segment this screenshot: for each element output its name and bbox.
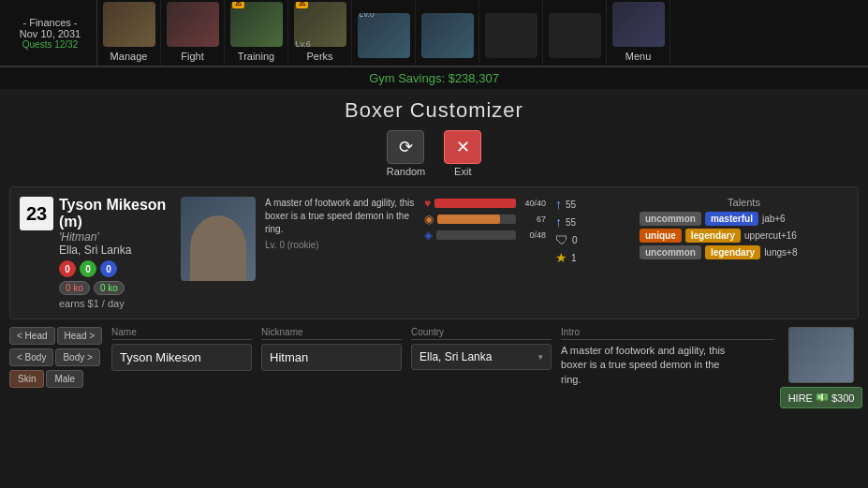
country-label: Country bbox=[411, 327, 552, 340]
body-next-button[interactable]: Body > bbox=[55, 348, 99, 366]
head-arrows: < Head Head > bbox=[9, 327, 102, 345]
boxer-attrs: ↑ 55 ↑ 55 🛡 0 ★ 1 bbox=[555, 197, 630, 309]
talent-row-1: uncommon masterful jab+6 bbox=[640, 212, 848, 226]
body-prev-button[interactable]: < Body bbox=[9, 348, 53, 366]
tab-empty1[interactable] bbox=[479, 0, 543, 66]
boxer2-icon bbox=[421, 13, 474, 58]
talent-legendary-2: legendary bbox=[685, 229, 741, 243]
exit-button[interactable]: ✕ Exit bbox=[444, 130, 481, 177]
training-warning: ⚠ bbox=[232, 2, 244, 8]
menu-icon bbox=[612, 2, 665, 47]
random-button[interactable]: ⟳ Random bbox=[387, 130, 426, 177]
main-content: Boxer Customizer ⟳ Random ✕ Exit 23 Tyso… bbox=[0, 89, 868, 416]
perks-warning: ⚠ bbox=[296, 2, 308, 8]
speed-val: 55 bbox=[566, 200, 576, 210]
sta-value: 0/48 bbox=[520, 230, 546, 240]
tab-perks[interactable]: ⚠ Lv.6 Perks bbox=[288, 0, 352, 66]
nickname-label: Nickname bbox=[261, 327, 402, 340]
name-group: Name bbox=[111, 327, 252, 371]
talent-row-2: unique legendary uppercut+16 bbox=[640, 229, 848, 243]
empty1-icon bbox=[485, 13, 537, 58]
hp-value: 40/40 bbox=[520, 199, 546, 208]
hire-box: HIRE 💵 $300 bbox=[784, 327, 859, 408]
boxer-bio-text: A master of footwork and agility, this b… bbox=[265, 197, 415, 236]
stamina-icon: ◈ bbox=[424, 229, 433, 242]
tab-manage[interactable]: Manage bbox=[97, 0, 161, 66]
stat-dot-green: 0 bbox=[80, 260, 96, 277]
tab-fight[interactable]: Fight bbox=[161, 0, 225, 66]
country-select[interactable]: Ella, Sri Lanka bbox=[411, 344, 552, 370]
stat-dot-red: 0 bbox=[59, 260, 76, 277]
finances-title: - Finances - bbox=[22, 17, 77, 28]
exit-icon: ✕ bbox=[444, 130, 481, 164]
bar-str: ◉ 67 bbox=[424, 213, 546, 226]
boxer-level: Lv. 0 (rookie) bbox=[265, 240, 415, 250]
bar-sta: ◈ 0/48 bbox=[424, 229, 546, 242]
extra-val: 1 bbox=[571, 253, 577, 263]
perks-icon: ⚠ Lv.6 bbox=[294, 2, 346, 47]
hire-money-icon: 💵 bbox=[816, 392, 829, 404]
talent-bonus-1: jab+6 bbox=[762, 214, 786, 224]
gym-savings-text: Gym Savings: $238,307 bbox=[369, 71, 499, 85]
tab-boxer2[interactable] bbox=[416, 0, 479, 66]
intro-label: Intro bbox=[561, 327, 774, 340]
str-bar-fill bbox=[437, 214, 500, 224]
boxer-earns: earns $1 / day bbox=[59, 298, 171, 309]
hire-button[interactable]: HIRE 💵 $300 bbox=[780, 387, 863, 408]
intro-text: A master of footwork and agility, this b… bbox=[561, 344, 729, 387]
body-arrows: < Body Body > bbox=[9, 348, 102, 366]
boxer-bio: A master of footwork and agility, this b… bbox=[265, 197, 415, 309]
head-next-button[interactable]: Head > bbox=[57, 327, 103, 345]
nickname-input[interactable] bbox=[261, 344, 402, 371]
tab-menu[interactable]: Menu bbox=[607, 0, 670, 66]
tab-empty2[interactable] bbox=[543, 0, 607, 66]
talent-legendary-3: legendary bbox=[705, 245, 760, 259]
skin-button[interactable]: Skin bbox=[9, 370, 44, 388]
name-input[interactable] bbox=[111, 344, 252, 371]
tab-boxer1[interactable]: Lv.0 bbox=[352, 0, 416, 66]
boxer1-lv: Lv.0 bbox=[360, 13, 375, 19]
boxer-info: Tyson Mikeson (m) 'Hitman' Ella, Sri Lan… bbox=[59, 197, 171, 309]
fight-icon bbox=[167, 2, 219, 47]
customizer-buttons: ⟳ Random ✕ Exit bbox=[0, 130, 868, 177]
defense-val: 55 bbox=[566, 217, 576, 228]
hire-label: HIRE bbox=[788, 392, 813, 404]
male-button[interactable]: Male bbox=[46, 370, 83, 388]
skin-gender-row: Skin Male bbox=[9, 370, 102, 388]
attr-defense: ↑ 55 bbox=[555, 214, 630, 229]
head-prev-button[interactable]: < Head bbox=[9, 327, 55, 345]
sta-bar-container bbox=[436, 230, 516, 240]
name-label: Name bbox=[111, 327, 252, 340]
attr-power: 🛡 0 bbox=[555, 232, 630, 247]
training-icon: ⚠ bbox=[230, 2, 283, 47]
boxer-nickname: 'Hitman' bbox=[59, 230, 171, 244]
bar-hp: ♥ 40/40 bbox=[424, 197, 546, 210]
boxer-name: Tyson Mikeson (m) bbox=[59, 197, 171, 230]
random-label: Random bbox=[387, 166, 426, 177]
ko-right: 0 ko bbox=[94, 281, 125, 295]
speed-icon: ↑ bbox=[555, 197, 562, 212]
boxer-location: Ella, Sri Lanka bbox=[59, 244, 171, 257]
country-group: Country Ella, Sri Lanka bbox=[411, 327, 552, 370]
boxer1-icon: Lv.0 bbox=[358, 13, 410, 58]
tab-training[interactable]: ⚠ Training bbox=[225, 0, 288, 66]
customizer-title: Boxer Customizer bbox=[0, 98, 868, 123]
tab-perks-label: Perks bbox=[306, 51, 332, 62]
talent-row-3: uncommon legendary lungs+8 bbox=[640, 245, 848, 259]
top-nav: - Finances - Nov 10, 2031 Quests 12/32 M… bbox=[0, 0, 868, 67]
intro-group: Intro A master of footwork and agility, … bbox=[561, 327, 774, 387]
attr-extra: ★ 1 bbox=[555, 250, 630, 265]
bottom-form: < Head Head > < Body Body > Skin Male Na… bbox=[0, 319, 868, 416]
str-bar-container bbox=[437, 214, 516, 224]
extra-icon: ★ bbox=[555, 250, 567, 265]
random-icon: ⟳ bbox=[387, 130, 424, 164]
talent-uncommon-3: uncommon bbox=[640, 245, 701, 259]
gym-savings-bar: Gym Savings: $238,307 bbox=[0, 67, 868, 89]
boxer-id: 23 bbox=[20, 197, 53, 230]
boxer-panel: 23 Tyson Mikeson (m) 'Hitman' Ella, Sri … bbox=[9, 186, 859, 319]
talent-masterful-1: masterful bbox=[705, 212, 758, 226]
boxer-stats-row: 0 0 0 bbox=[59, 260, 171, 277]
nav-arrows: < Head Head > < Body Body > Skin Male bbox=[9, 327, 102, 388]
attr-speed: ↑ 55 bbox=[555, 197, 630, 212]
talent-bonus-3: lungs+8 bbox=[764, 247, 797, 258]
